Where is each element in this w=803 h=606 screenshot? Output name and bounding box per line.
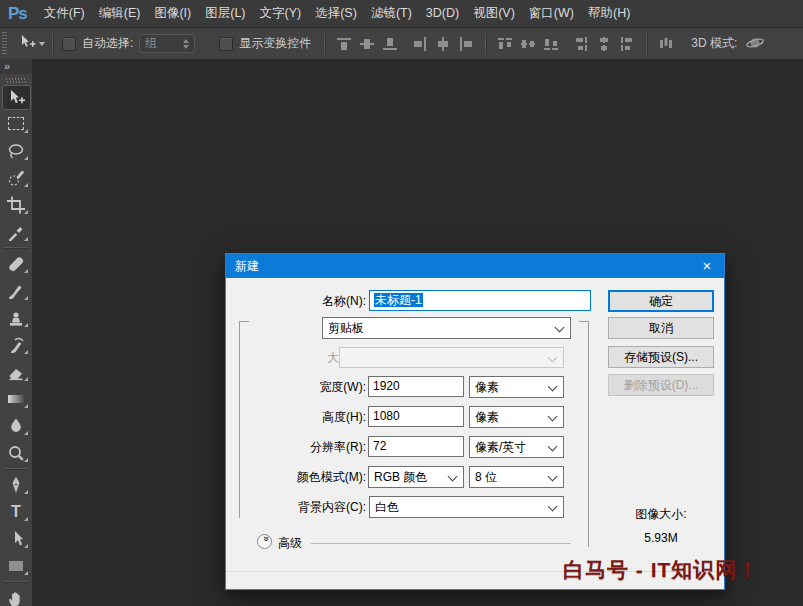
auto-select-label: 自动选择: [82, 35, 133, 52]
pen-tool[interactable] [2, 471, 31, 498]
tool-preset-dropdown-icon[interactable] [39, 42, 45, 46]
bit-depth-value: 8 位 [475, 470, 497, 484]
height-label: 高度(H): [226, 409, 366, 425]
width-input[interactable]: 1920 [368, 376, 464, 397]
align-bottom-edges-icon[interactable] [381, 36, 398, 51]
save-preset-button[interactable]: 存储预设(S)... [608, 346, 714, 368]
options-bar-grip[interactable] [2, 32, 7, 56]
align-horizontal-centers-icon[interactable] [436, 35, 451, 52]
chevron-down-icon [548, 382, 558, 392]
eraser-tool[interactable] [2, 358, 31, 385]
spot-healing-brush-tool[interactable] [2, 250, 31, 277]
ok-button[interactable]: 确定 [608, 290, 714, 312]
height-input[interactable]: 1080 [368, 406, 464, 427]
auto-align-layers-icon[interactable] [657, 36, 674, 51]
move-tool[interactable] [2, 85, 31, 110]
separator [52, 34, 53, 54]
dialog-title-bar[interactable]: 新建 × [226, 254, 724, 278]
distribute-horizontal-centers-icon[interactable] [597, 35, 612, 52]
preset-select[interactable]: 剪贴板 [322, 317, 571, 339]
type-tool[interactable]: T [2, 498, 31, 525]
bit-depth-select[interactable]: 8 位 [469, 466, 564, 488]
align-right-edges-icon[interactable] [459, 35, 474, 52]
photoshop-window: Ps 文件(F) 编辑(E) 图像(I) 图层(L) 文字(Y) 选择(S) 滤… [0, 0, 803, 606]
align-vertical-centers-icon[interactable] [358, 36, 375, 51]
background-value: 白色 [375, 500, 399, 514]
background-label: 背景内容(C): [226, 499, 366, 515]
resolution-unit-value: 像素/英寸 [475, 440, 526, 454]
chevron-down-icon [548, 412, 558, 422]
path-selection-tool[interactable] [2, 525, 31, 552]
advanced-expand-icon[interactable]: » [257, 534, 272, 549]
dodge-tool[interactable] [2, 439, 31, 466]
menu-3d[interactable]: 3D(D) [419, 0, 466, 27]
resolution-unit-select[interactable]: 像素/英寸 [469, 436, 564, 458]
distribute-vertical-centers-icon[interactable] [519, 36, 536, 51]
menu-edit[interactable]: 编辑(E) [92, 0, 148, 27]
history-brush-tool[interactable] [2, 331, 31, 358]
height-unit-select[interactable]: 像素 [469, 406, 564, 428]
new-document-dialog: 新建 × 名称(N): 未标题-1 确定 预设(P): 剪贴板 取消 大小(I)… [225, 253, 725, 590]
chevron-down-icon [548, 502, 558, 512]
separator [4, 468, 28, 469]
menu-file[interactable]: 文件(F) [37, 0, 92, 27]
separator [485, 34, 486, 54]
watermark-text: 白马号 - IT知识网！ [563, 556, 759, 584]
blur-tool[interactable] [2, 412, 31, 439]
distribute-bottom-edges-icon[interactable] [542, 36, 559, 51]
show-transform-checkbox[interactable] [219, 37, 233, 51]
image-size-value: 5.93M [608, 531, 714, 545]
auto-select-target-dropdown[interactable]: 组 [139, 34, 195, 53]
hand-tool[interactable] [2, 584, 31, 606]
align-left-edges-icon[interactable] [413, 35, 428, 52]
background-select[interactable]: 白色 [369, 496, 564, 518]
menu-help[interactable]: 帮助(H) [581, 0, 637, 27]
preset-value: 剪贴板 [328, 321, 364, 335]
delete-preset-button: 删除预设(D)... [608, 374, 714, 396]
menu-image[interactable]: 图像(I) [147, 0, 198, 27]
rectangle-tool[interactable] [2, 552, 31, 579]
quick-selection-tool[interactable] [2, 164, 31, 191]
panel-grip[interactable] [6, 78, 26, 83]
collapse-panel-icon[interactable]: » [0, 59, 32, 74]
menu-select[interactable]: 选择(S) [308, 0, 364, 27]
distribute-left-edges-icon[interactable] [574, 35, 589, 52]
eyedropper-tool[interactable] [2, 218, 31, 245]
menu-layer[interactable]: 图层(L) [198, 0, 252, 27]
menu-window[interactable]: 窗口(W) [522, 0, 581, 27]
menu-bar: Ps 文件(F) 编辑(E) 图像(I) 图层(L) 文字(Y) 选择(S) 滤… [0, 0, 803, 28]
gradient-tool[interactable] [2, 385, 31, 412]
menu-filter[interactable]: 滤镜(T) [364, 0, 419, 27]
preset-group-bracket-right [579, 321, 589, 547]
lasso-tool[interactable] [2, 137, 31, 164]
distribute-top-edges-icon[interactable] [496, 36, 513, 51]
resolution-input[interactable]: 72 [368, 436, 464, 457]
name-label: 名称(N): [226, 293, 366, 309]
width-unit-select[interactable]: 像素 [469, 376, 564, 398]
menu-view[interactable]: 视图(V) [466, 0, 522, 27]
color-mode-select[interactable]: RGB 颜色 [368, 466, 464, 488]
size-select [339, 347, 564, 368]
distribute-right-edges-icon[interactable] [620, 35, 635, 52]
menu-type[interactable]: 文字(Y) [253, 0, 309, 27]
type-icon: T [11, 504, 21, 520]
rectangular-marquee-tool[interactable] [2, 110, 31, 137]
separator [646, 34, 647, 54]
photoshop-logo: Ps [8, 4, 27, 24]
chevron-down-icon [548, 353, 558, 363]
crop-tool[interactable] [2, 191, 31, 218]
advanced-label[interactable]: 高级 [278, 535, 302, 551]
close-icon[interactable]: × [690, 254, 724, 278]
3d-orbit-icon[interactable] [745, 33, 765, 54]
dialog-title: 新建 [226, 258, 259, 275]
image-size-label: 图像大小: [608, 506, 714, 523]
clone-stamp-tool[interactable] [2, 304, 31, 331]
align-top-edges-icon[interactable] [335, 36, 352, 51]
brush-tool[interactable] [2, 277, 31, 304]
height-unit-value: 像素 [475, 410, 499, 424]
auto-select-checkbox[interactable] [62, 37, 76, 51]
chevron-down-icon [548, 442, 558, 452]
name-input[interactable]: 未标题-1 [369, 290, 591, 311]
cancel-button[interactable]: 取消 [608, 317, 714, 339]
selected-text: 未标题-1 [374, 293, 423, 307]
